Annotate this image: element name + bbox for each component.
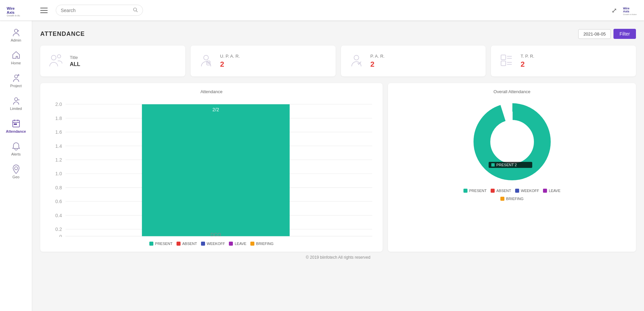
alerts-icon [11, 141, 21, 151]
bar-label: 2/2 [212, 107, 219, 112]
upar-stat-icon [197, 52, 215, 70]
stat-info-upar: U. P. A. R. 2 [220, 54, 240, 69]
sidebar-item-home[interactable]: Home [2, 47, 30, 68]
bar-chart-card: Attendance 2.0 1.8 1.6 1.4 1.2 1.0 0.8 0… [40, 83, 383, 252]
admin-icon [11, 27, 21, 37]
svg-text:Growth in Action: Growth in Action [623, 13, 637, 15]
sidebar-item-geo-label: Geo [12, 175, 19, 179]
sidebar-item-attendance[interactable]: Attendance [2, 115, 30, 137]
stat-label-tpr: T. P. R. [521, 54, 534, 59]
donut-legend-briefing: BRIEFING [500, 197, 524, 201]
legend-dot-present [149, 242, 153, 246]
svg-line-5 [136, 11, 138, 12]
donut-legend-dot-briefing [500, 197, 504, 201]
sidebar-item-admin-label: Admin [11, 38, 21, 42]
svg-point-10 [14, 75, 17, 78]
donut-chart-card: Overall Attendance [388, 83, 636, 252]
search-icon [133, 7, 138, 12]
svg-text:Wire: Wire [623, 6, 630, 10]
legend-weekoff: WEEKOFF [201, 242, 225, 246]
page-header: ATTENDANCE 2021-08-05 Filter [40, 29, 636, 39]
svg-text:0.8: 0.8 [55, 185, 62, 190]
svg-text:0.6: 0.6 [55, 199, 62, 204]
sidebar-item-project[interactable]: Project [2, 70, 30, 91]
stat-info-tpr: T. P. R. 2 [521, 54, 534, 69]
y-axis: 2.0 1.8 1.6 1.4 1.2 1.0 0.8 0.6 0.4 0.2 … [55, 102, 62, 237]
sidebar-item-limited[interactable]: Limited [2, 92, 30, 114]
bar-chart-svg: 2.0 1.8 1.6 1.4 1.2 1.0 0.8 0.6 0.4 0.2 … [46, 98, 377, 237]
svg-rect-19 [14, 124, 15, 125]
sidebar-item-attendance-label: Attendance [6, 129, 26, 133]
svg-point-22 [51, 55, 56, 60]
stat-value-upar: 2 [220, 60, 240, 69]
svg-text:1.6: 1.6 [55, 129, 62, 135]
sidebar: Admin Home Project Limited [0, 21, 32, 311]
svg-text:0.2: 0.2 [55, 227, 62, 232]
legend-absent: ABSENT [177, 242, 197, 246]
donut-svg: PRESENT 2 [468, 98, 556, 185]
tpr-stat-icon [498, 52, 515, 70]
bar-chart-container: 2.0 1.8 1.6 1.4 1.2 1.0 0.8 0.6 0.4 0.2 … [46, 98, 377, 238]
svg-text:2.0: 2.0 [55, 102, 62, 107]
svg-rect-29 [501, 55, 506, 60]
svg-point-24 [204, 55, 208, 60]
bar-chart-title: Attendance [46, 89, 377, 94]
donut-legend-dot-present [463, 189, 467, 193]
expand-icon[interactable]: ⤢ [611, 6, 617, 14]
svg-text:1.8: 1.8 [55, 116, 62, 121]
stat-label-title: Title [70, 55, 80, 60]
content-area: ATTENDANCE 2021-08-05 Filter [32, 21, 644, 311]
stat-label-par: P. A. R. [370, 54, 385, 59]
donut-legend-dot-leave [543, 189, 547, 193]
main-layout: Admin Home Project Limited [0, 21, 644, 311]
svg-text:0.4: 0.4 [55, 213, 62, 218]
svg-text:Growth in Action: Growth in Action [7, 14, 20, 17]
donut-legend-dot-weekoff [515, 189, 519, 193]
date-badge: 2021-08-05 [578, 29, 611, 39]
wireaxis-logo: Wire Axis Growth in Action [5, 3, 20, 18]
par-stat-icon [348, 52, 365, 70]
sidebar-item-alerts-label: Alerts [11, 152, 20, 156]
donut-legend: PRESENT ABSENT WEEKOFF LEAVE [458, 189, 566, 201]
svg-text:Axis: Axis [623, 10, 630, 13]
stat-card-par: P. A. R. 2 [341, 46, 486, 76]
legend-briefing: BRIEFING [250, 242, 274, 246]
stat-card-title: Title ALL [40, 46, 185, 76]
project-icon [11, 73, 21, 82]
stat-value-par: 2 [370, 60, 385, 69]
stat-label-upar: U. P. A. R. [220, 54, 240, 59]
geo-icon [11, 164, 21, 174]
svg-point-28 [354, 55, 359, 60]
filter-button[interactable]: Filter [613, 29, 636, 39]
donut-legend-absent: ABSENT [491, 189, 511, 193]
sidebar-item-home-label: Home [11, 61, 21, 65]
hamburger-button[interactable] [38, 6, 50, 14]
sidebar-item-limited-label: Limited [10, 107, 22, 111]
footer: © 2019 biinfotech All rights reserved [40, 252, 636, 261]
search-input[interactable] [61, 8, 130, 13]
donut-legend-leave: LEAVE [543, 189, 560, 193]
search-bar-container [56, 5, 143, 16]
legend-leave: LEAVE [229, 242, 246, 246]
stat-value-tpr: 2 [521, 60, 534, 69]
stat-info-par: P. A. R. 2 [370, 54, 385, 69]
svg-text:1.4: 1.4 [55, 143, 62, 149]
charts-row: Attendance 2.0 1.8 1.6 1.4 1.2 1.0 0.8 0… [40, 83, 636, 252]
sidebar-item-alerts[interactable]: Alerts [2, 138, 30, 160]
svg-point-9 [14, 29, 18, 33]
sidebar-item-geo[interactable]: Geo [2, 161, 30, 182]
svg-text:0: 0 [59, 234, 62, 237]
stat-card-upar: U. P. A. R. 2 [191, 46, 336, 76]
donut-chart-wrapper: PRESENT 2 PRESENT ABSENT [394, 98, 630, 201]
bar-present [142, 104, 290, 236]
svg-point-4 [134, 8, 137, 11]
sidebar-item-admin[interactable]: Admin [2, 24, 30, 46]
search-button[interactable] [133, 7, 138, 13]
donut-legend-weekoff: WEEKOFF [515, 189, 539, 193]
stats-row: Title ALL U. P. A. R. 2 [40, 46, 636, 76]
page-title: ATTENDANCE [40, 30, 85, 38]
stat-card-tpr: T. P. R. 2 [491, 46, 636, 76]
bar-chart-legend: PRESENT ABSENT WEEKOFF LEAVE [46, 242, 377, 246]
footer-text: © 2019 biinfotech All rights reserved [306, 255, 370, 260]
home-icon [11, 50, 21, 60]
